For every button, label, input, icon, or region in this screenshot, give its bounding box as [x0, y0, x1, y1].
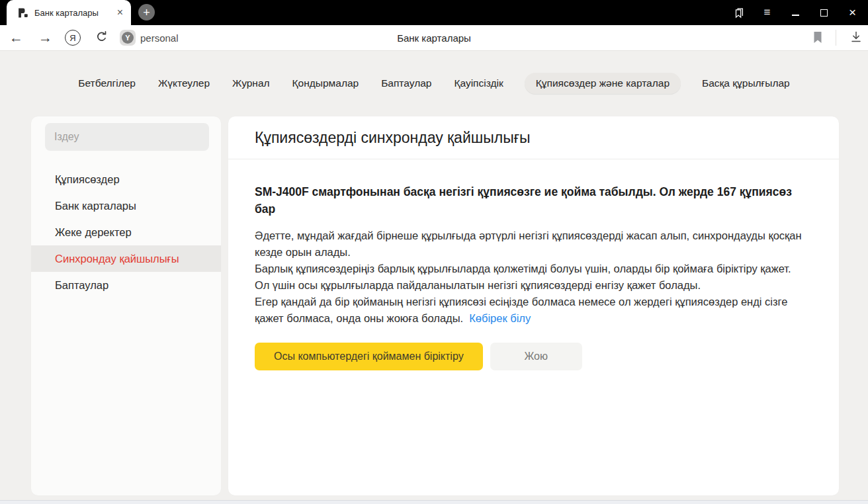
settings-nav-tabs: Бетбелгілер Жүктеулер Журнал Қондырмалар… [0, 71, 868, 96]
tab-extensions[interactable]: Қондырмалар [291, 73, 361, 94]
learn-more-link[interactable]: Көбірек білу [469, 312, 531, 324]
browser-toolbar: Банк карталары ← → Я Y personal [0, 25, 868, 51]
conflict-subheading: SM-J400F смартфонынан басқа негізгі құпи… [255, 183, 802, 218]
close-window-icon: × [849, 5, 856, 20]
tab-bookmarks[interactable]: Бетбелгілер [77, 73, 137, 94]
window-bottom-edge [0, 500, 868, 504]
sidebar-item-personal-data[interactable]: Жеке деректер [31, 219, 221, 245]
menu-icon[interactable]: ≡ [753, 0, 781, 25]
search-input[interactable] [45, 123, 209, 151]
tab-bar: Банк карталары × + ≡ × [0, 0, 868, 25]
sidebar-item-bank-cards[interactable]: Банк карталары [31, 192, 221, 219]
close-window-button[interactable]: × [838, 0, 867, 25]
paragraph-1: Әдетте, мұндай жағдай бірнеше құрылғыда … [255, 228, 802, 261]
new-tab-button[interactable]: + [138, 4, 155, 21]
back-button[interactable]: ← [9, 25, 23, 50]
tab-passwords-and-cards[interactable]: Құпиясөздер және карталар [525, 73, 681, 94]
tab-downloads[interactable]: Жүктеулер [157, 73, 211, 94]
plus-icon: + [143, 7, 150, 19]
sidebar-list: Құпиясөздер Банк карталары Жеке деректер… [31, 166, 221, 298]
protect-badge[interactable]: Y personal [120, 30, 179, 46]
browser-window: Банк карталары × + ≡ × Банк карталары [0, 0, 868, 504]
refresh-icon[interactable] [95, 30, 108, 47]
main-body: SM-J400F смартфонынан басқа негізгі құпи… [228, 159, 839, 370]
paragraph-3: Егер қандай да бір қойманың негізгі құпи… [255, 294, 802, 327]
tab-history[interactable]: Журнал [231, 73, 271, 94]
window-controls: ≡ × [724, 0, 867, 25]
main-header: Құпиясөздерді синхрондау қайшылығы [228, 116, 839, 159]
browser-tab[interactable]: Банк карталары × [7, 0, 131, 25]
merge-with-local-storage-button[interactable]: Осы компьютердегі қоймамен біріктіру [255, 343, 483, 370]
side-panels-icon[interactable] [724, 0, 753, 25]
delete-button[interactable]: Жою [490, 343, 582, 370]
sidebar-item-sync-conflict[interactable]: Синхрондау қайшылығы [31, 245, 221, 272]
sidebar: Құпиясөздер Банк карталары Жеке деректер… [31, 116, 221, 495]
download-icon[interactable] [849, 30, 863, 46]
key-favicon-icon [17, 7, 28, 19]
main-panel: Құпиясөздерді синхрондау қайшылығы SM-J4… [228, 116, 839, 495]
tab-settings[interactable]: Баптаулар [380, 73, 433, 94]
sidebar-item-settings[interactable]: Баптаулар [31, 272, 221, 298]
page-heading: Құпиясөздерді синхрондау қайшылығы [255, 129, 531, 147]
tab-title: Банк карталары [34, 8, 110, 18]
maximize-button[interactable] [810, 0, 838, 25]
forward-button[interactable]: → [38, 25, 52, 50]
bookmark-flag-icon[interactable] [812, 31, 823, 47]
sidebar-item-passwords[interactable]: Құпиясөздер [31, 166, 221, 192]
paragraph-2: Барлық құпиясөздеріңіз барлық құрылғылар… [255, 261, 802, 294]
protect-shield-icon: Y [120, 30, 136, 46]
protect-label: personal [140, 32, 179, 44]
button-row: Осы компьютердегі қоймамен біріктіру Жою [255, 343, 802, 370]
toolbar-divider [836, 30, 836, 46]
tab-close-icon[interactable]: × [116, 7, 124, 18]
tab-other-devices[interactable]: Басқа құрылғылар [701, 73, 791, 94]
yandex-logo-icon[interactable]: Я [65, 30, 81, 46]
tab-security[interactable]: Қауіпсіздік [453, 73, 504, 94]
minimize-button[interactable] [781, 0, 810, 25]
